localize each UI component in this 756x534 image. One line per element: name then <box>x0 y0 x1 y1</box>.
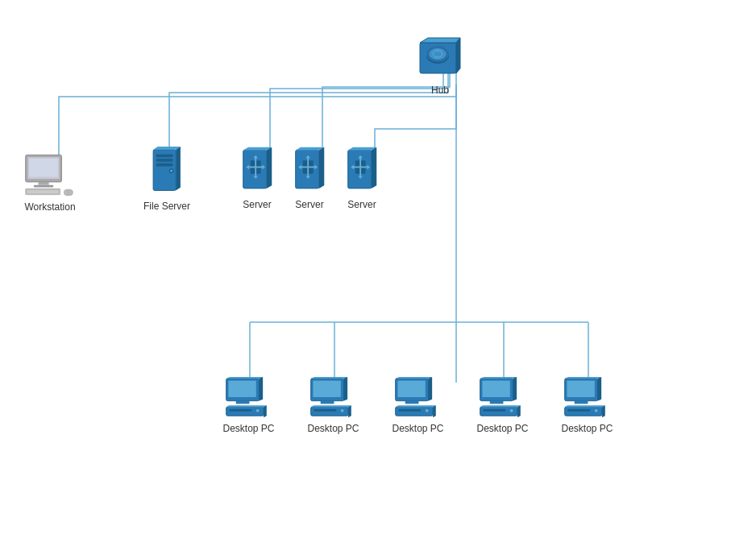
desktop-pc3-icon <box>392 377 444 419</box>
desktop-pc4-node: Desktop PC <box>476 377 529 434</box>
svg-point-107 <box>595 409 598 412</box>
desktop-pc3-label: Desktop PC <box>392 423 443 434</box>
desktop-pc5-label: Desktop PC <box>561 423 613 434</box>
svg-point-8 <box>430 48 446 60</box>
svg-marker-80 <box>429 377 433 401</box>
svg-marker-60 <box>260 377 264 401</box>
svg-marker-95 <box>517 405 521 417</box>
svg-rect-82 <box>405 401 419 404</box>
svg-rect-96 <box>483 409 505 412</box>
svg-point-27 <box>170 170 172 172</box>
desktop-pc1-icon <box>222 377 275 419</box>
server1-icon <box>240 147 274 195</box>
svg-rect-62 <box>236 401 250 404</box>
svg-marker-94 <box>480 405 521 407</box>
svg-rect-86 <box>398 409 421 412</box>
desktop-pc4-icon <box>476 377 529 419</box>
desktop-pc2-node: Desktop PC <box>307 377 359 434</box>
server2-node: Server <box>293 147 326 210</box>
svg-marker-90 <box>513 377 517 401</box>
server3-label: Server <box>347 199 376 210</box>
hub-icon <box>416 36 464 81</box>
svg-marker-74 <box>311 405 351 407</box>
desktop-pc4-label: Desktop PC <box>476 423 528 434</box>
workstation-node: Workstation <box>22 153 78 213</box>
svg-rect-76 <box>314 409 336 412</box>
svg-point-67 <box>256 409 260 412</box>
svg-marker-75 <box>348 405 351 417</box>
desktop-pc5-icon <box>561 377 613 419</box>
svg-marker-22 <box>176 147 181 190</box>
svg-rect-24 <box>156 159 173 162</box>
svg-marker-104 <box>565 405 605 407</box>
svg-point-97 <box>510 409 513 412</box>
svg-point-87 <box>426 409 429 412</box>
svg-marker-84 <box>396 405 436 407</box>
network-diagram: Hub Workstation <box>0 0 756 534</box>
hub-node: Hub <box>416 36 464 96</box>
svg-marker-99 <box>565 377 602 379</box>
svg-rect-14 <box>39 182 49 185</box>
svg-rect-66 <box>229 409 251 412</box>
svg-marker-70 <box>344 377 348 401</box>
svg-rect-13 <box>29 159 57 176</box>
svg-rect-23 <box>156 154 173 157</box>
desktop-pc5-node: Desktop PC <box>561 377 613 434</box>
file-server-label: File Server <box>143 201 190 212</box>
svg-marker-40 <box>319 147 324 188</box>
connections-svg <box>0 0 756 534</box>
svg-marker-50 <box>372 147 376 188</box>
svg-point-77 <box>341 409 344 412</box>
file-server-node: File Server <box>143 147 190 212</box>
svg-marker-69 <box>311 377 348 379</box>
svg-rect-101 <box>567 381 594 397</box>
desktop-pc3-node: Desktop PC <box>392 377 444 434</box>
svg-rect-15 <box>34 185 53 188</box>
desktop-pc2-icon <box>307 377 359 419</box>
svg-rect-92 <box>490 401 504 404</box>
svg-rect-61 <box>228 381 255 397</box>
desktop-pc2-label: Desktop PC <box>307 423 359 434</box>
svg-marker-79 <box>396 377 433 379</box>
server2-label: Server <box>295 199 323 210</box>
svg-rect-91 <box>482 381 509 397</box>
svg-rect-17 <box>27 190 59 193</box>
workstation-icon <box>22 153 78 197</box>
svg-rect-81 <box>397 381 425 397</box>
svg-marker-100 <box>598 377 602 401</box>
svg-marker-30 <box>267 147 272 188</box>
svg-rect-72 <box>321 401 334 404</box>
svg-rect-102 <box>575 401 588 404</box>
svg-marker-21 <box>153 147 181 150</box>
server1-label: Server <box>243 199 271 210</box>
svg-marker-65 <box>264 405 267 417</box>
svg-marker-4 <box>420 38 460 43</box>
hub-label: Hub <box>431 85 449 96</box>
svg-marker-5 <box>456 38 460 73</box>
server3-node: Server <box>345 147 379 210</box>
desktop-pc1-node: Desktop PC <box>222 377 275 434</box>
svg-marker-85 <box>433 405 436 417</box>
file-server-icon <box>150 147 184 197</box>
server1-node: Server <box>240 147 274 210</box>
server3-icon <box>345 147 379 195</box>
svg-rect-25 <box>156 164 173 167</box>
desktop-pc1-label: Desktop PC <box>222 423 274 434</box>
svg-marker-89 <box>480 377 517 379</box>
svg-marker-59 <box>226 377 264 379</box>
svg-marker-64 <box>226 405 267 407</box>
svg-rect-71 <box>313 381 340 397</box>
workstation-label: Workstation <box>24 201 75 213</box>
svg-marker-105 <box>602 405 605 417</box>
server2-icon <box>293 147 326 195</box>
svg-rect-106 <box>567 409 590 412</box>
